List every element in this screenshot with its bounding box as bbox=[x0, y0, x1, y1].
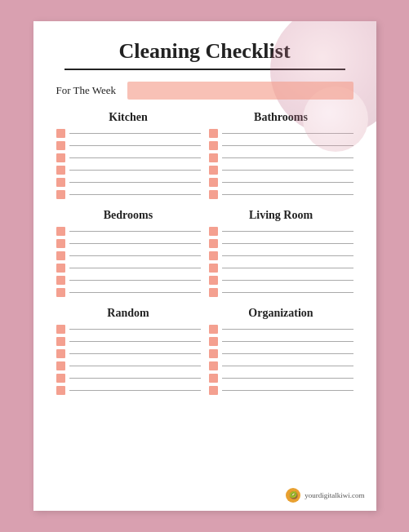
checkbox[interactable] bbox=[56, 166, 65, 175]
list-item[interactable] bbox=[209, 178, 353, 187]
list-item[interactable] bbox=[56, 239, 201, 248]
bedrooms-items bbox=[56, 227, 201, 297]
line bbox=[222, 280, 353, 281]
checkbox[interactable] bbox=[56, 178, 65, 187]
checkbox[interactable] bbox=[56, 349, 65, 358]
line bbox=[222, 353, 353, 354]
checkbox[interactable] bbox=[56, 325, 65, 334]
checkbox[interactable] bbox=[209, 288, 218, 297]
list-item[interactable] bbox=[209, 227, 353, 236]
checkbox[interactable] bbox=[209, 166, 218, 175]
list-item[interactable] bbox=[56, 288, 201, 297]
list-item[interactable] bbox=[56, 361, 201, 370]
line bbox=[69, 341, 201, 342]
line bbox=[69, 231, 201, 232]
line bbox=[222, 268, 353, 268]
list-item[interactable] bbox=[56, 251, 201, 260]
list-item[interactable] bbox=[56, 374, 201, 383]
list-item[interactable] bbox=[209, 251, 353, 260]
list-item[interactable] bbox=[56, 153, 201, 162]
checkbox[interactable] bbox=[56, 251, 65, 260]
section-living-room-title: Living Room bbox=[209, 209, 353, 222]
checkbox[interactable] bbox=[209, 325, 218, 334]
line bbox=[69, 280, 201, 281]
checkbox[interactable] bbox=[56, 190, 65, 199]
section-kitchen-title: Kitchen bbox=[56, 111, 201, 124]
checkbox[interactable] bbox=[56, 386, 65, 395]
checkbox[interactable] bbox=[209, 251, 218, 260]
list-item[interactable] bbox=[56, 264, 201, 273]
checkbox[interactable] bbox=[56, 361, 65, 370]
section-random-title: Random bbox=[56, 307, 201, 320]
list-item[interactable] bbox=[209, 374, 353, 383]
checkbox[interactable] bbox=[56, 264, 65, 273]
checkbox[interactable] bbox=[56, 141, 65, 150]
checkbox[interactable] bbox=[209, 264, 218, 273]
list-item[interactable] bbox=[209, 153, 353, 162]
line bbox=[222, 170, 353, 171]
checkbox[interactable] bbox=[56, 239, 65, 248]
line bbox=[222, 194, 353, 195]
checkbox[interactable] bbox=[209, 227, 218, 236]
week-label: For The Week bbox=[56, 84, 117, 97]
checkbox[interactable] bbox=[209, 239, 218, 248]
checkbox[interactable] bbox=[209, 349, 218, 358]
list-item[interactable] bbox=[209, 386, 353, 395]
checkbox[interactable] bbox=[56, 153, 65, 162]
list-item[interactable] bbox=[56, 325, 201, 334]
section-bathrooms: Bathrooms bbox=[209, 111, 353, 199]
checkbox[interactable] bbox=[209, 190, 218, 199]
checkbox[interactable] bbox=[209, 141, 218, 150]
section-kitchen: Kitchen bbox=[56, 111, 201, 199]
line bbox=[69, 255, 201, 256]
checkbox[interactable] bbox=[56, 288, 65, 297]
line bbox=[222, 133, 353, 134]
list-item[interactable] bbox=[209, 337, 353, 346]
list-item[interactable] bbox=[56, 349, 201, 358]
logo-icon: 🥝 bbox=[289, 491, 298, 499]
checkbox[interactable] bbox=[56, 129, 65, 138]
list-item[interactable] bbox=[209, 239, 353, 248]
list-item[interactable] bbox=[209, 288, 353, 297]
list-item[interactable] bbox=[209, 349, 353, 358]
checkbox[interactable] bbox=[56, 227, 65, 236]
list-item[interactable] bbox=[209, 141, 353, 150]
checkbox[interactable] bbox=[209, 374, 218, 383]
list-item[interactable] bbox=[209, 325, 353, 334]
line bbox=[222, 292, 353, 293]
page-title: Cleaning Checklist bbox=[56, 39, 353, 64]
list-item[interactable] bbox=[56, 141, 201, 150]
line bbox=[222, 390, 353, 391]
list-item[interactable] bbox=[56, 190, 201, 199]
list-item[interactable] bbox=[209, 361, 353, 370]
list-item[interactable] bbox=[56, 337, 201, 346]
list-item[interactable] bbox=[56, 178, 201, 187]
checkbox[interactable] bbox=[209, 129, 218, 138]
checklist-page: Cleaning Checklist For The Week Kitchen … bbox=[33, 21, 376, 511]
checkbox[interactable] bbox=[209, 386, 218, 395]
checkbox[interactable] bbox=[209, 178, 218, 187]
list-item[interactable] bbox=[209, 166, 353, 175]
sections-grid: Kitchen Bathrooms Be bbox=[56, 111, 353, 405]
list-item[interactable] bbox=[209, 190, 353, 199]
checkbox[interactable] bbox=[56, 337, 65, 346]
checkbox[interactable] bbox=[209, 337, 218, 346]
list-item[interactable] bbox=[56, 276, 201, 285]
checkbox[interactable] bbox=[209, 361, 218, 370]
list-item[interactable] bbox=[209, 276, 353, 285]
line bbox=[69, 366, 201, 366]
list-item[interactable] bbox=[56, 166, 201, 175]
list-item[interactable] bbox=[209, 129, 353, 138]
week-input-box[interactable] bbox=[127, 82, 353, 100]
checkbox[interactable] bbox=[209, 276, 218, 285]
list-item[interactable] bbox=[56, 129, 201, 138]
checkbox[interactable] bbox=[209, 153, 218, 162]
line bbox=[222, 366, 353, 366]
list-item[interactable] bbox=[56, 227, 201, 236]
title-divider bbox=[64, 69, 345, 70]
list-item[interactable] bbox=[209, 264, 353, 273]
list-item[interactable] bbox=[56, 386, 201, 395]
checkbox[interactable] bbox=[56, 374, 65, 383]
line bbox=[69, 170, 201, 171]
checkbox[interactable] bbox=[56, 276, 65, 285]
